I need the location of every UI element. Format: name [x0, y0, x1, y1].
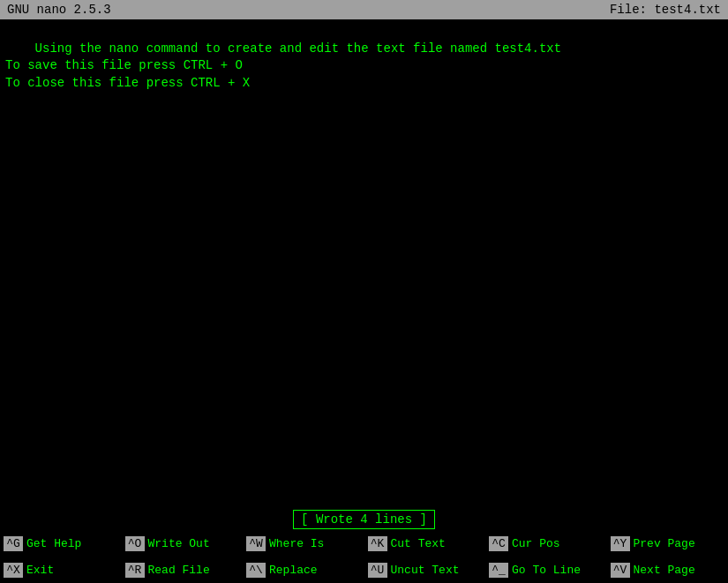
shortcut-label: Cut Text — [391, 537, 446, 550]
shortcut-item[interactable]: ^KCut Text — [364, 530, 486, 557]
status-bar: [ Wrote 4 lines ] — [0, 509, 728, 530]
shortcut-label: Uncut Text — [391, 564, 460, 577]
shortcut-key: ^\ — [246, 563, 266, 578]
shortcut-item[interactable]: ^OWrite Out — [122, 530, 244, 557]
shortcut-item[interactable]: ^XExit — [0, 557, 122, 583]
shortcut-label: Next Page — [634, 564, 695, 577]
shortcut-key: ^_ — [489, 563, 508, 578]
shortcut-key: ^W — [246, 536, 266, 551]
shortcut-item[interactable]: ^YPrev Page — [607, 530, 729, 557]
shortcut-item[interactable]: ^UUncut Text — [364, 557, 486, 583]
shortcut-label: Go To Line — [512, 564, 581, 577]
shortcut-bar: ^GGet Help^OWrite Out^WWhere Is^KCut Tex… — [0, 530, 728, 583]
shortcut-key: ^U — [368, 563, 387, 578]
shortcut-key: ^C — [489, 536, 508, 551]
shortcut-row-2: ^XExit^RRead File^\Replace^UUncut Text^_… — [0, 557, 728, 583]
shortcut-item[interactable]: ^RRead File — [122, 557, 244, 583]
shortcut-label: Get Help — [26, 537, 81, 550]
shortcut-key: ^G — [4, 536, 23, 551]
shortcut-row-1: ^GGet Help^OWrite Out^WWhere Is^KCut Tex… — [0, 530, 728, 557]
shortcut-item[interactable]: ^VNext Page — [607, 557, 729, 583]
shortcut-item[interactable]: ^GGet Help — [0, 530, 122, 557]
shortcut-key: ^V — [611, 563, 630, 578]
shortcut-label: Replace — [269, 564, 318, 577]
shortcut-label: Exit — [26, 564, 54, 577]
shortcut-label: Cur Pos — [512, 537, 560, 550]
shortcut-label: Where Is — [269, 537, 324, 550]
shortcut-label: Prev Page — [634, 537, 695, 550]
status-message: [ Wrote 4 lines ] — [293, 510, 435, 529]
editor-area[interactable]: Using the nano command to create and edi… — [0, 19, 728, 509]
shortcut-item[interactable]: ^_Go To Line — [485, 557, 607, 583]
shortcut-item[interactable]: ^\Replace — [243, 557, 364, 583]
app-title: GNU nano 2.5.3 — [7, 3, 111, 17]
file-title: File: test4.txt — [610, 3, 721, 17]
shortcut-key: ^O — [125, 536, 145, 551]
title-bar: GNU nano 2.5.3 File: test4.txt — [0, 0, 728, 19]
shortcut-item[interactable]: ^CCur Pos — [485, 530, 607, 557]
shortcut-label: Write Out — [148, 537, 210, 550]
main-layout: GNU nano 2.5.3 File: test4.txt Using the… — [0, 0, 728, 583]
shortcut-key: ^Y — [611, 536, 630, 551]
shortcut-key: ^R — [125, 563, 145, 578]
shortcut-key: ^X — [4, 563, 23, 578]
editor-content[interactable]: Using the nano command to create and edi… — [5, 41, 561, 90]
shortcut-key: ^K — [368, 536, 387, 551]
shortcut-item[interactable]: ^WWhere Is — [243, 530, 364, 557]
shortcut-label: Read File — [148, 564, 210, 577]
